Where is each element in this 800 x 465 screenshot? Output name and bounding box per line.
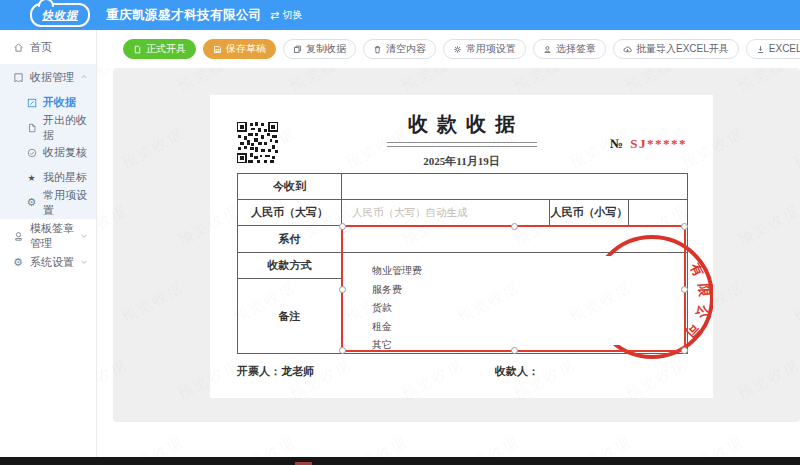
receipt-number-value: SJ***** (630, 136, 687, 151)
clear-content-button[interactable]: 清空内容 (363, 39, 436, 59)
sidebar-item-home[interactable]: 首页 (0, 34, 96, 60)
receipt-number: № SJ***** (610, 136, 687, 152)
stamp-icon (12, 230, 24, 242)
document-icon (26, 122, 37, 133)
sidebar-item-my-stars-label: 我的星标 (43, 170, 87, 185)
watermark-text: 预览收据 (455, 432, 524, 457)
sidebar-group-system-label: 系统设置 (30, 255, 74, 270)
excel-template-download-label: EXCEL模板下载 (769, 42, 800, 56)
company-name: 重庆凯源盛才科技有限公司 (106, 7, 262, 24)
label-payment-for: 系付 (238, 226, 342, 253)
chevron-down-icon (80, 256, 88, 268)
sidebar-item-open-receipt[interactable]: 开收据 (0, 90, 96, 115)
topbar: 快收据 重庆凯源盛才科技有限公司 ⇄ 切换 (0, 0, 800, 30)
payee-line: 收款人： (495, 364, 539, 379)
watermark-text: 预览收据 (567, 432, 636, 457)
chevron-up-icon (80, 71, 88, 83)
issue-official-label: 正式开具 (146, 42, 186, 56)
label-amount-figures: 人民币（小写） (549, 200, 629, 226)
watermark-text: 预览收据 (231, 432, 300, 457)
issuer-label: 开票人： (237, 365, 281, 377)
resize-handle-nw[interactable] (339, 223, 346, 230)
received-input[interactable] (342, 174, 687, 200)
app-window: 快收据 重庆凯源盛才科技有限公司 ⇄ 切换 首页 收据管理 (0, 0, 800, 465)
copy-icon (293, 45, 302, 54)
payee-label: 收款人： (495, 365, 539, 377)
gear-icon: ⚙ (26, 197, 37, 208)
save-draft-button[interactable]: 保存草稿 (203, 39, 276, 59)
receipt-manage-icon (12, 71, 24, 83)
trash-icon (373, 45, 382, 54)
sidebar-item-my-stars[interactable]: ★ 我的星标 (0, 165, 96, 190)
copy-receipt-label: 复制收据 (306, 42, 346, 56)
choose-stamp-button[interactable]: 选择签章 (533, 39, 606, 59)
batch-import-excel-label: 批量导入EXCEL开具 (636, 42, 729, 56)
batch-import-excel-button[interactable]: 批量导入EXCEL开具 (613, 39, 739, 59)
resize-handle-s[interactable] (511, 347, 518, 354)
check-circle-icon (26, 147, 37, 158)
label-payment-method: 收款方式 (238, 253, 342, 279)
resize-handle-n[interactable] (511, 223, 518, 230)
sidebar-group-receipt-label: 收据管理 (30, 70, 74, 85)
gear-icon: ⚙ (12, 256, 24, 268)
copy-receipt-button[interactable]: 复制收据 (283, 39, 356, 59)
download-icon (756, 45, 765, 54)
label-received: 今收到 (238, 174, 342, 200)
receipt-date[interactable]: 2025年11月19日 (210, 154, 713, 169)
sidebar-item-issued-receipts[interactable]: 开出的收据 (0, 115, 96, 140)
sidebar-group-receipt: 收据管理 开收据 开出的收据 收据复核 ★ 我的 (0, 64, 96, 219)
receipt-number-prefix: № (610, 136, 623, 151)
app-logo[interactable]: 快收据 (30, 3, 90, 27)
excel-template-download-button[interactable]: EXCEL模板下载 (746, 39, 800, 59)
resize-handle-e[interactable] (681, 286, 688, 293)
clear-content-label: 清空内容 (386, 42, 426, 56)
selection-box[interactable] (341, 225, 686, 352)
sidebar-item-home-label: 首页 (30, 40, 52, 55)
chevron-down-icon (80, 230, 88, 242)
sidebar-item-common-settings[interactable]: ⚙ 常用项设置 (0, 190, 96, 215)
sidebar-item-receipt-review-label: 收据复核 (43, 145, 87, 160)
issue-official-button[interactable]: 正式开具 (123, 39, 196, 59)
switch-company-button[interactable]: ⇄ 切换 (270, 8, 302, 22)
star-icon: ★ (26, 172, 37, 183)
sidebar-group-template-label: 模板签章管理 (30, 221, 74, 251)
switch-label: 切换 (282, 8, 302, 22)
home-icon (12, 41, 24, 53)
watermark-text: 预览收据 (343, 432, 412, 457)
sidebar-item-issued-receipts-label: 开出的收据 (43, 113, 96, 143)
sidebar: 首页 收据管理 开收据 开出的收据 (0, 30, 97, 457)
label-remarks: 备注 (238, 279, 342, 353)
switch-icon: ⇄ (270, 10, 279, 21)
resize-handle-w[interactable] (339, 286, 346, 293)
cloud-upload-icon (623, 45, 632, 54)
sidebar-group-template[interactable]: 模板签章管理 (0, 223, 96, 249)
common-items-button[interactable]: 常用项设置 (443, 39, 526, 59)
issuer-name: 龙老师 (281, 365, 314, 377)
resize-handle-sw[interactable] (339, 347, 346, 354)
receipt-title: 收款收据 (210, 111, 713, 138)
resize-handle-se[interactable] (681, 347, 688, 354)
amount-words-input[interactable]: 人民币（大写）自动生成 (342, 200, 549, 226)
app-logo-text: 快收据 (42, 8, 78, 23)
resize-handle-ne[interactable] (681, 223, 688, 230)
save-draft-label: 保存草稿 (226, 42, 266, 56)
sidebar-item-open-receipt-label: 开收据 (43, 95, 76, 110)
watermark-text: 预览收据 (119, 432, 188, 457)
receipt-paper: 收款收据 2025年11月19日 № SJ***** 今收到 人民币（大写） 人… (210, 95, 713, 398)
sidebar-item-receipt-review[interactable]: 收据复核 (0, 140, 96, 165)
watermark-text: 预览收据 (791, 432, 800, 457)
gear-icon (453, 45, 462, 54)
person-icon (543, 45, 552, 54)
amount-figures-input[interactable] (629, 200, 687, 226)
watermark-text: 预览收据 (679, 432, 748, 457)
save-icon (213, 45, 222, 54)
common-items-label: 常用项设置 (466, 42, 516, 56)
receipt-toolbar: 正式开具 保存草稿 复制收据 清空内容 常用项设置 选择签章 批量导入EXCEL… (97, 30, 800, 68)
bottom-bar (0, 457, 800, 465)
title-underline (387, 142, 537, 147)
sidebar-group-system[interactable]: ⚙ 系统设置 (0, 249, 96, 275)
sidebar-group-receipt-header[interactable]: 收据管理 (0, 64, 96, 90)
edit-icon (26, 97, 37, 108)
document-icon (133, 45, 142, 54)
issuer-line: 开票人：龙老师 (237, 364, 314, 379)
